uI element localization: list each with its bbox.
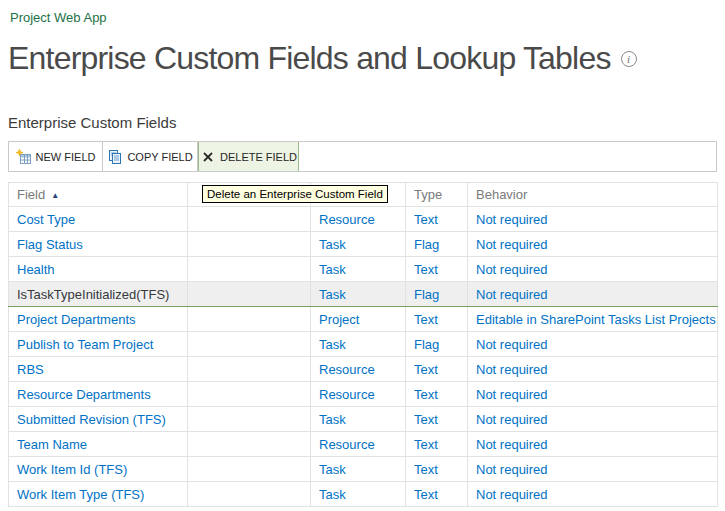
type-link[interactable]: Text (414, 487, 438, 502)
behavior-link-cell: Not required (468, 457, 718, 482)
type-link[interactable]: Flag (414, 337, 439, 352)
type-link[interactable]: Text (414, 462, 438, 477)
entity-link-cell: Resource (311, 357, 406, 382)
behavior-link[interactable]: Editable in SharePoint Tasks List Projec… (476, 312, 716, 327)
delete-x-icon (200, 149, 216, 165)
entity-link-cell: Task (311, 482, 406, 507)
behavior-link-cell: Not required (468, 382, 718, 407)
field-link[interactable]: Resource Departments (17, 387, 151, 402)
type-link[interactable]: Text (414, 262, 438, 277)
entity-link[interactable]: Resource (319, 387, 375, 402)
type-link[interactable]: Text (414, 212, 438, 227)
entity-link[interactable]: Task (319, 337, 346, 352)
suite-link-project-web-app[interactable]: Project Web App (10, 10, 107, 25)
behavior-link[interactable]: Not required (476, 437, 548, 452)
field-link[interactable]: Team Name (17, 437, 87, 452)
lookup-table-cell-cell (188, 332, 311, 357)
behavior-link[interactable]: Not required (476, 412, 548, 427)
field-link-cell: Work Item Id (TFS) (9, 457, 188, 482)
type-link[interactable]: Flag (414, 237, 439, 252)
type-link[interactable]: Text (414, 412, 438, 427)
field-link[interactable]: Health (17, 262, 55, 277)
entity-link[interactable]: Resource (319, 437, 375, 452)
field-link[interactable]: Project Departments (17, 312, 136, 327)
table-row[interactable]: RBSResourceTextNot required (9, 357, 718, 382)
lookup-table-cell-cell (188, 257, 311, 282)
field-link[interactable]: IsTaskTypeInitialized(TFS) (17, 287, 169, 302)
table-row[interactable]: IsTaskTypeInitialized(TFS)TaskFlagNot re… (9, 282, 718, 307)
field-link[interactable]: Submitted Revision (TFS) (17, 412, 166, 427)
table-row[interactable]: Cost TypeResourceTextNot required (9, 207, 718, 232)
type-link-cell: Text (406, 307, 468, 332)
behavior-link[interactable]: Not required (476, 462, 548, 477)
column-header-field[interactable]: Field▲ (9, 183, 188, 207)
page-title: Enterprise Custom Fields and Lookup Tabl… (8, 36, 637, 80)
entity-link-cell: Task (311, 282, 406, 307)
type-link-cell: Flag (406, 332, 468, 357)
entity-link[interactable]: Project (319, 312, 359, 327)
field-link[interactable]: Publish to Team Project (17, 337, 153, 352)
behavior-link[interactable]: Not required (476, 362, 548, 377)
type-link-cell: Text (406, 257, 468, 282)
section-heading: Enterprise Custom Fields (8, 114, 176, 131)
type-link-cell: Text (406, 207, 468, 232)
field-table-body: Cost TypeResourceTextNot requiredFlag St… (9, 207, 718, 507)
table-row[interactable]: Work Item Id (TFS)TaskTextNot required (9, 457, 718, 482)
behavior-link-cell: Not required (468, 407, 718, 432)
table-row[interactable]: Publish to Team ProjectTaskFlagNot requi… (9, 332, 718, 357)
table-row[interactable]: Flag StatusTaskFlagNot required (9, 232, 718, 257)
table-row[interactable]: Team NameResourceTextNot required (9, 432, 718, 457)
behavior-link[interactable]: Not required (476, 387, 548, 402)
table-row[interactable]: Submitted Revision (TFS)TaskTextNot requ… (9, 407, 718, 432)
behavior-link[interactable]: Not required (476, 487, 548, 502)
new-field-button[interactable]: NEW FIELD (9, 142, 103, 171)
entity-link[interactable]: Task (319, 462, 346, 477)
copy-field-icon (107, 149, 123, 165)
entity-link[interactable]: Task (319, 412, 346, 427)
behavior-link[interactable]: Not required (476, 212, 548, 227)
column-header-field-label: Field (17, 187, 45, 202)
entity-link[interactable]: Task (319, 287, 346, 302)
sort-ascending-icon: ▲ (51, 191, 59, 200)
entity-link[interactable]: Task (319, 262, 346, 277)
entity-link[interactable]: Resource (319, 212, 375, 227)
lookup-table-cell-cell (188, 482, 311, 507)
field-link[interactable]: RBS (17, 362, 44, 377)
type-link[interactable]: Text (414, 362, 438, 377)
copy-field-label: COPY FIELD (127, 151, 192, 163)
type-link[interactable]: Text (414, 437, 438, 452)
column-header-behavior[interactable]: Behavior (468, 183, 718, 207)
type-link-cell: Text (406, 482, 468, 507)
field-link[interactable]: Work Item Type (TFS) (17, 487, 144, 502)
lookup-table-cell-cell (188, 357, 311, 382)
entity-link-cell: Resource (311, 382, 406, 407)
copy-field-button[interactable]: COPY FIELD (103, 142, 198, 171)
field-link-cell: RBS (9, 357, 188, 382)
field-link[interactable]: Cost Type (17, 212, 75, 227)
type-link-cell: Text (406, 357, 468, 382)
column-header-type[interactable]: Type (406, 183, 468, 207)
delete-field-button[interactable]: DELETE FIELD (198, 142, 299, 171)
behavior-link[interactable]: Not required (476, 337, 548, 352)
info-icon[interactable]: i (621, 51, 637, 67)
behavior-link[interactable]: Not required (476, 287, 548, 302)
field-link[interactable]: Flag Status (17, 237, 83, 252)
table-row[interactable]: Project DepartmentsProjectTextEditable i… (9, 307, 718, 332)
custom-fields-grid: Field▲ Type Behavior Cost TypeResourceTe… (8, 182, 718, 507)
behavior-link[interactable]: Not required (476, 262, 548, 277)
entity-link-cell: Resource (311, 207, 406, 232)
field-link[interactable]: Work Item Id (TFS) (17, 462, 127, 477)
lookup-table-cell-cell (188, 232, 311, 257)
behavior-link[interactable]: Not required (476, 237, 548, 252)
entity-link[interactable]: Task (319, 487, 346, 502)
table-row[interactable]: Work Item Type (TFS)TaskTextNot required (9, 482, 718, 507)
table-row[interactable]: HealthTaskTextNot required (9, 257, 718, 282)
table-row[interactable]: Resource DepartmentsResourceTextNot requ… (9, 382, 718, 407)
type-link[interactable]: Text (414, 387, 438, 402)
type-link-cell: Flag (406, 282, 468, 307)
entity-link[interactable]: Task (319, 237, 346, 252)
entity-link[interactable]: Resource (319, 362, 375, 377)
type-link[interactable]: Text (414, 312, 438, 327)
lookup-table-cell-cell (188, 382, 311, 407)
type-link[interactable]: Flag (414, 287, 439, 302)
